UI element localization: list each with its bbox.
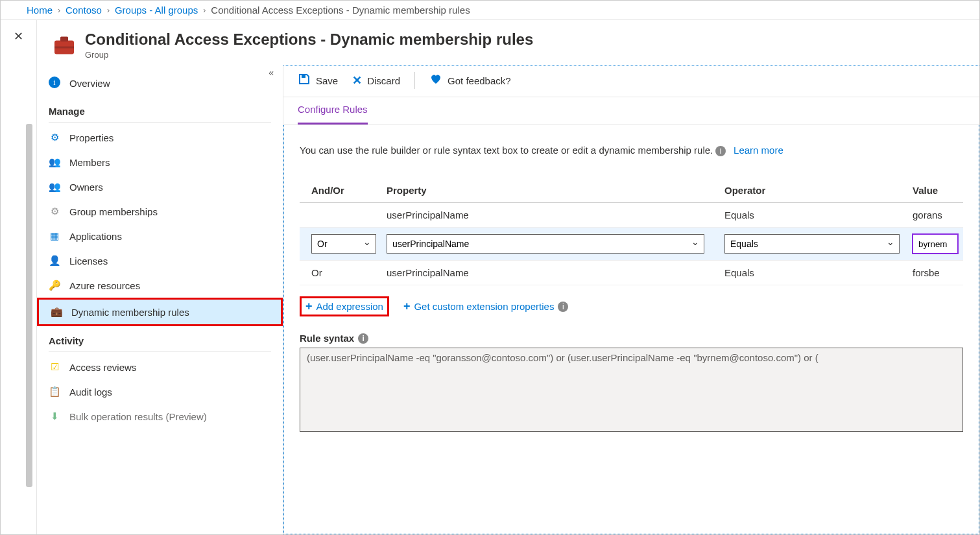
briefcase-icon: 💼 [51, 306, 62, 318]
sidebar-item-label: Access reviews [69, 362, 136, 373]
info-icon: i [49, 77, 60, 90]
cell-operator: Equals [719, 261, 907, 285]
table-row-active [300, 228, 963, 261]
page-title: Conditional Access Exceptions - Dynamic … [85, 30, 533, 49]
close-strip: ✕ [1, 20, 37, 534]
sidebar-item-label: Audit logs [69, 386, 112, 398]
bulk-icon: ⬇ [49, 410, 60, 422]
sidebar-item-label: Licenses [69, 256, 108, 267]
sidebar-item-access-reviews[interactable]: ☑ Access reviews [37, 355, 283, 379]
info-icon[interactable]: i [715, 146, 726, 156]
rule-syntax-textbox[interactable]: (user.userPrincipalName -eq "goransson@c… [300, 348, 963, 432]
svg-rect-1 [60, 36, 68, 42]
gear-icon: ⚙ [49, 206, 60, 217]
andor-select[interactable] [311, 234, 376, 254]
sidebar-item-label: Azure resources [69, 280, 140, 291]
add-expression-button[interactable]: + Add expression [300, 296, 389, 316]
sidebar-item-bulk-results[interactable]: ⬇ Bulk operation results (Preview) [37, 404, 283, 429]
cell-property: userPrincipalName [381, 261, 719, 285]
people-icon: 👥 [49, 156, 60, 168]
feedback-label: Got feedback? [448, 75, 511, 86]
sidebar-item-audit-logs[interactable]: 📋 Audit logs [37, 379, 283, 404]
sidebar-item-members[interactable]: 👥 Members [37, 150, 283, 174]
discard-label: Discard [367, 75, 400, 86]
content-body: You can use the rule builder or rule syn… [283, 125, 979, 534]
tabs: Configure Rules [283, 97, 979, 125]
checklist-icon: ☑ [49, 361, 60, 373]
property-select[interactable] [387, 234, 704, 254]
sidebar-item-dynamic-rules[interactable]: 💼 Dynamic membership rules [37, 298, 283, 326]
svg-rect-2 [54, 46, 74, 48]
table-row: Or userPrincipalName Equals forsbe [300, 261, 963, 285]
sidebar-item-overview[interactable]: i Overview [37, 70, 283, 97]
toolbar-separator [414, 72, 415, 89]
feedback-button[interactable]: Got feedback? [429, 73, 511, 89]
th-operator: Operator [719, 178, 907, 203]
sidebar-section-manage: Manage [37, 97, 283, 121]
plus-icon: + [403, 300, 411, 313]
divider [49, 122, 271, 123]
breadcrumb-groups[interactable]: Groups - All groups [115, 5, 198, 16]
breadcrumb-home[interactable]: Home [27, 5, 53, 16]
breadcrumb-sep: › [203, 6, 206, 15]
collapse-icon[interactable]: « [269, 67, 274, 78]
sidebar: « i Overview Manage ⚙ Properties 👥 [37, 65, 283, 534]
body-row: ✕ Conditional Access Exceptions - Dynami… [1, 20, 979, 534]
intro-text: You can use the rule builder or rule syn… [300, 145, 713, 156]
cell-operator: Equals [719, 203, 907, 228]
close-icon[interactable]: ✕ [14, 29, 23, 43]
learn-more-link[interactable]: Learn more [734, 145, 783, 156]
sidebar-item-label: Dynamic membership rules [71, 307, 189, 318]
th-property: Property [381, 178, 719, 203]
action-links: + Add expression + Get custom extension … [300, 296, 963, 317]
th-value: Value [907, 178, 963, 203]
scrollbar-thumb[interactable] [26, 124, 32, 487]
sidebar-item-licenses[interactable]: 👤 Licenses [37, 248, 283, 273]
svg-rect-5 [302, 75, 305, 78]
sidebar-section-activity: Activity [37, 326, 283, 350]
save-label: Save [316, 75, 338, 86]
tab-configure-rules[interactable]: Configure Rules [298, 97, 368, 125]
page-subtype: Group [85, 50, 533, 60]
main-column: Conditional Access Exceptions - Dynamic … [37, 20, 979, 534]
app-root: Home › Contoso › Groups - All groups › C… [0, 0, 980, 535]
sidebar-item-label: Overview [69, 78, 110, 89]
value-input[interactable] [913, 234, 958, 254]
breadcrumb: Home › Contoso › Groups - All groups › C… [1, 1, 979, 20]
cell-value: gorans [907, 203, 963, 228]
discard-button[interactable]: ✕ Discard [352, 73, 400, 88]
page-header: Conditional Access Exceptions - Dynamic … [37, 20, 979, 65]
info-icon[interactable]: i [358, 333, 368, 344]
sidebar-item-owners[interactable]: 👥 Owners [37, 174, 283, 199]
sidebar-item-applications[interactable]: ▦ Applications [37, 224, 283, 248]
divider [49, 351, 271, 352]
cell-value: forsbe [907, 261, 963, 285]
rule-syntax-label: Rule syntax i [300, 333, 963, 344]
discard-icon: ✕ [352, 73, 362, 88]
sidebar-item-label: Group memberships [69, 206, 158, 217]
people-icon: 👥 [49, 181, 60, 193]
cell-andor: Or [300, 261, 381, 285]
get-custom-label: Get custom extension properties [414, 301, 554, 312]
breadcrumb-tenant[interactable]: Contoso [66, 5, 102, 16]
operator-select[interactable] [724, 234, 900, 254]
sidebar-item-azure-resources[interactable]: 🔑 Azure resources [37, 273, 283, 298]
sidebar-item-label: Members [69, 157, 110, 168]
sidebar-item-group-memberships[interactable]: ⚙ Group memberships [37, 199, 283, 224]
sidebar-item-properties[interactable]: ⚙ Properties [37, 125, 283, 150]
plus-icon: + [305, 300, 313, 313]
get-custom-properties-button[interactable]: + Get custom extension properties i [398, 296, 573, 317]
add-expression-label: Add expression [317, 301, 383, 312]
cell-andor [300, 203, 381, 228]
cell-property: userPrincipalName [381, 203, 719, 228]
sliders-icon: ⚙ [49, 132, 60, 143]
sidebar-item-label: Owners [69, 182, 103, 193]
info-icon[interactable]: i [558, 302, 568, 312]
sidebar-item-label: Applications [69, 231, 122, 242]
log-icon: 📋 [49, 386, 60, 398]
save-icon [298, 73, 311, 89]
breadcrumb-sep: › [58, 6, 60, 15]
content-pane: Save ✕ Discard Got feedback? [283, 65, 979, 534]
sidebar-item-label: Properties [69, 132, 114, 143]
save-button[interactable]: Save [298, 73, 338, 89]
